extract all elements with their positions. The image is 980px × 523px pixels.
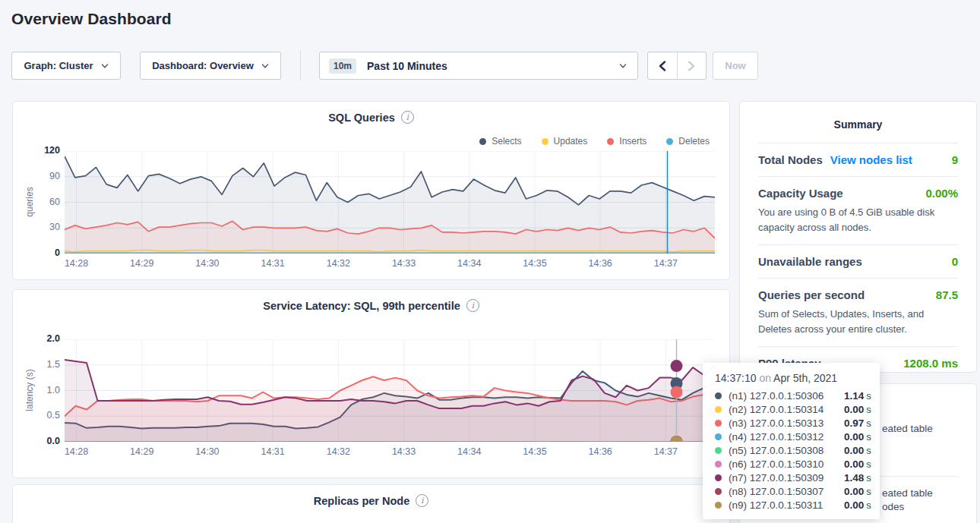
chart-title: Replicas per Node — [314, 495, 410, 507]
x-axis-tick-label: 14:36 — [579, 258, 621, 269]
now-button[interactable]: Now — [713, 52, 758, 80]
summary-description: Sum of Selects, Updates, Inserts, and De… — [758, 307, 958, 336]
graph-scope-label: Graph: Cluster — [24, 60, 93, 71]
x-axis-tick-label: 14:37 — [644, 446, 687, 457]
summary-value: 9 — [952, 153, 958, 166]
tooltip-timestamp: 14:37:10 on Apr 5th, 2021 — [715, 372, 868, 384]
x-axis-tick-label: 14:28 — [55, 258, 98, 269]
event-item-fragment: eated table — [882, 423, 933, 434]
tooltip-node-value: 0.00s — [844, 499, 871, 511]
summary-label: Unavailable ranges — [758, 255, 862, 268]
x-axis-tick-label: 14:31 — [251, 446, 294, 457]
x-axis-tick-label: 14:35 — [514, 258, 556, 269]
summary-value: 1208.0 ms — [903, 357, 958, 370]
x-axis-tick-label: 14:35 — [514, 446, 556, 457]
tooltip-node-value: 0.00s — [844, 431, 871, 443]
event-item-fragment: eated table — [882, 487, 933, 499]
legend-item-inserts: Inserts — [607, 136, 646, 147]
chart-legend: Selects Updates Inserts Deletes — [479, 136, 710, 147]
tooltip-node-label: (n9) 127.0.0.1:50311 — [729, 499, 844, 511]
series-dot — [715, 502, 722, 509]
dashboard-label: Dashboard: Overview — [152, 60, 254, 71]
summary-label: Queries per second — [758, 288, 865, 301]
next-window-button[interactable] — [677, 52, 707, 79]
service-latency-plot[interactable] — [65, 339, 715, 442]
series-dot — [715, 474, 722, 481]
chart-hover-tooltip: 14:37:10 on Apr 5th, 2021 (n1) 127.0.0.1… — [703, 363, 880, 519]
x-axis-tick-label: 14:29 — [121, 258, 163, 269]
legend-item-updates: Updates — [542, 136, 588, 147]
graph-scope-dropdown[interactable]: Graph: Cluster — [11, 52, 121, 80]
tooltip-node-row: (n8) 127.0.0.1:503070.00s — [715, 484, 868, 498]
tooltip-node-label: (n5) 127.0.0.1:50308 — [729, 445, 844, 456]
event-item-fragment: odes — [882, 501, 904, 512]
tooltip-node-label: (n4) 127.0.0.1:50312 — [729, 431, 844, 443]
x-axis-tick-label: 14:32 — [317, 258, 359, 269]
y-axis-tick-label: 1.5 — [17, 359, 60, 370]
y-axis-tick-label: 120 — [17, 145, 60, 156]
series-dot — [666, 138, 673, 145]
tooltip-node-label: (n8) 127.0.0.1:50307 — [729, 486, 844, 497]
page-title: Overview Dashboard — [11, 10, 172, 28]
series-dot — [542, 138, 548, 145]
x-axis-tick-label: 14:32 — [317, 446, 359, 457]
x-axis-tick-label: 14:31 — [251, 258, 294, 269]
x-axis-tick-label: 14:37 — [644, 258, 687, 269]
tooltip-node-value: 0.00s — [844, 486, 871, 497]
chevron-right-icon — [687, 61, 696, 71]
tooltip-node-row: (n2) 127.0.0.1:503140.00s — [715, 402, 868, 416]
tooltip-node-value: 0.00s — [844, 404, 871, 415]
summary-value: 0.00% — [925, 187, 958, 200]
summary-row-queries-per-second: Queries per second 87.5 Sum of Selects, … — [758, 278, 958, 346]
series-dot — [715, 420, 722, 427]
x-axis-tick-label: 14:28 — [55, 446, 98, 457]
info-icon[interactable]: i — [416, 494, 428, 507]
view-nodes-list-link[interactable]: View nodes list — [830, 153, 912, 166]
summary-value: 87.5 — [936, 288, 958, 301]
summary-row-capacity-usage: Capacity Usage 0.00% You are using 0 B o… — [758, 176, 958, 244]
legend-item-selects: Selects — [479, 136, 521, 147]
time-range-dropdown[interactable]: 10m Past 10 Minutes — [319, 52, 638, 80]
tooltip-node-value: 1.48s — [844, 472, 871, 484]
prev-window-button[interactable] — [648, 52, 677, 79]
y-axis-tick-label: 0.5 — [17, 410, 60, 421]
x-axis-tick-label: 14:33 — [383, 258, 425, 269]
info-icon[interactable]: i — [401, 111, 414, 124]
y-axis-tick-label: 0.0 — [17, 436, 60, 446]
tooltip-node-label: (n1) 127.0.0.1:50306 — [729, 390, 844, 402]
x-axis-tick-label: 14:36 — [579, 446, 621, 457]
time-range-badge: 10m — [329, 58, 356, 74]
tooltip-node-value: 0.97s — [844, 417, 871, 429]
tooltip-node-label: (n3) 127.0.0.1:50313 — [729, 417, 844, 429]
tooltip-node-label: (n7) 127.0.0.1:50309 — [729, 472, 844, 484]
summary-panel: Summary Total Nodes View nodes list 9 Ca… — [739, 101, 977, 373]
y-axis-tick-label: 2.0 — [17, 333, 60, 344]
time-window-arrows — [647, 52, 707, 80]
tooltip-node-row: (n7) 127.0.0.1:503091.48s — [715, 471, 868, 484]
dashboard-dropdown[interactable]: Dashboard: Overview — [140, 52, 281, 80]
y-axis-tick-label: 90 — [17, 171, 60, 181]
tooltip-node-row: (n9) 127.0.0.1:503110.00s — [715, 498, 868, 512]
chart-title: Service Latency: SQL, 99th percentile — [263, 300, 460, 312]
sql-queries-plot[interactable] — [65, 151, 715, 254]
series-dot — [479, 138, 486, 145]
series-dot — [715, 406, 722, 413]
x-axis-tick-label: 14:30 — [186, 446, 229, 457]
tooltip-node-row: (n1) 127.0.0.1:503061.14s — [715, 389, 868, 402]
x-axis-tick-label: 14:34 — [448, 258, 491, 269]
summary-value: 0 — [952, 255, 958, 268]
summary-label: Capacity Usage — [758, 187, 843, 200]
chevron-down-icon — [619, 62, 627, 70]
events-divider — [879, 476, 958, 477]
chevron-down-icon — [261, 62, 269, 70]
series-dot — [715, 433, 722, 440]
overview-dashboard-page: Overview Dashboard Graph: Cluster Dashbo… — [0, 0, 980, 523]
tooltip-node-row: (n6) 127.0.0.1:503100.00s — [715, 457, 868, 471]
series-dot — [607, 138, 614, 145]
time-range-label: Past 10 Minutes — [367, 60, 609, 72]
summary-description: You are using 0 B of 4.5 GiB usable disk… — [758, 205, 958, 235]
tooltip-node-value: 1.14s — [844, 390, 871, 402]
info-icon[interactable]: i — [466, 299, 479, 312]
summary-label: Total Nodes — [758, 153, 823, 166]
y-axis-tick-label: 1.0 — [17, 385, 60, 395]
